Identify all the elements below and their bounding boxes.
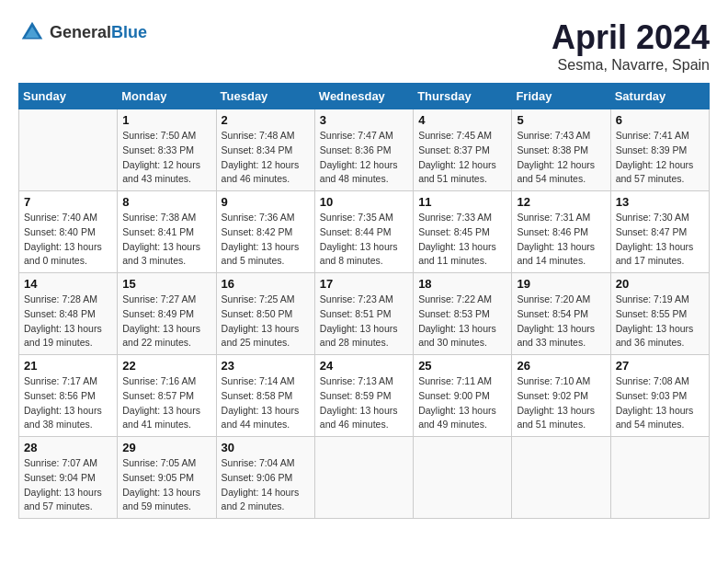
day-info: Sunrise: 7:36 AM Sunset: 8:42 PM Dayligh…: [222, 211, 310, 269]
day-header-sunday: Sunday: [19, 84, 118, 109]
calendar-cell: 11Sunrise: 7:33 AM Sunset: 8:45 PM Dayli…: [414, 191, 512, 273]
calendar-cell: 20Sunrise: 7:19 AM Sunset: 8:55 PM Dayli…: [610, 273, 709, 355]
day-info: Sunrise: 7:28 AM Sunset: 8:48 PM Dayligh…: [24, 293, 112, 350]
day-info: Sunrise: 7:41 AM Sunset: 8:39 PM Dayligh…: [616, 129, 704, 187]
day-number: 16: [222, 277, 310, 291]
day-number: 3: [320, 113, 408, 127]
month-title: April 2024: [552, 18, 710, 57]
logo-icon: [18, 18, 46, 46]
day-number: 12: [517, 195, 605, 209]
calendar-cell: 23Sunrise: 7:14 AM Sunset: 8:58 PM Dayli…: [216, 355, 314, 437]
calendar-cell: 16Sunrise: 7:25 AM Sunset: 8:50 PM Dayli…: [216, 273, 314, 355]
day-info: Sunrise: 7:33 AM Sunset: 8:45 PM Dayligh…: [418, 211, 506, 269]
calendar-cell: 8Sunrise: 7:38 AM Sunset: 8:41 PM Daylig…: [118, 191, 216, 273]
calendar-week-row: 14Sunrise: 7:28 AM Sunset: 8:48 PM Dayli…: [19, 273, 710, 355]
calendar-cell: [314, 437, 413, 519]
day-number: 26: [517, 359, 605, 373]
day-info: Sunrise: 7:17 AM Sunset: 8:56 PM Dayligh…: [24, 374, 112, 432]
day-info: Sunrise: 7:07 AM Sunset: 9:04 PM Dayligh…: [24, 456, 112, 514]
day-number: 10: [320, 195, 408, 209]
day-header-monday: Monday: [118, 84, 216, 109]
calendar-cell: 15Sunrise: 7:27 AM Sunset: 8:49 PM Dayli…: [118, 273, 216, 355]
day-number: 4: [418, 113, 506, 127]
day-info: Sunrise: 7:04 AM Sunset: 9:06 PM Dayligh…: [222, 456, 310, 514]
title-block: April 2024 Sesma, Navarre, Spain: [552, 18, 710, 74]
calendar-cell: 27Sunrise: 7:08 AM Sunset: 9:03 PM Dayli…: [610, 355, 709, 437]
calendar-cell: 18Sunrise: 7:22 AM Sunset: 8:53 PM Dayli…: [414, 273, 512, 355]
day-info: Sunrise: 7:23 AM Sunset: 8:51 PM Dayligh…: [320, 293, 408, 350]
calendar-cell: 13Sunrise: 7:30 AM Sunset: 8:47 PM Dayli…: [610, 191, 709, 273]
day-number: 8: [122, 195, 210, 209]
day-info: Sunrise: 7:47 AM Sunset: 8:36 PM Dayligh…: [320, 129, 408, 187]
calendar-cell: 4Sunrise: 7:45 AM Sunset: 8:37 PM Daylig…: [414, 109, 512, 191]
calendar-cell: 12Sunrise: 7:31 AM Sunset: 8:46 PM Dayli…: [512, 191, 610, 273]
day-number: 30: [222, 441, 310, 454]
day-number: 1: [122, 113, 210, 127]
calendar-cell: 19Sunrise: 7:20 AM Sunset: 8:54 PM Dayli…: [512, 273, 610, 355]
calendar-cell: 5Sunrise: 7:43 AM Sunset: 8:38 PM Daylig…: [512, 109, 610, 191]
calendar-header-row: SundayMondayTuesdayWednesdayThursdayFrid…: [19, 84, 710, 109]
day-number: 5: [517, 113, 605, 127]
calendar-cell: [19, 109, 118, 191]
day-info: Sunrise: 7:40 AM Sunset: 8:40 PM Dayligh…: [24, 211, 112, 269]
calendar-cell: 29Sunrise: 7:05 AM Sunset: 9:05 PM Dayli…: [118, 437, 216, 519]
calendar-cell: 25Sunrise: 7:11 AM Sunset: 9:00 PM Dayli…: [414, 355, 512, 437]
day-number: 2: [222, 113, 310, 127]
day-info: Sunrise: 7:11 AM Sunset: 9:00 PM Dayligh…: [418, 374, 506, 432]
calendar-cell: 9Sunrise: 7:36 AM Sunset: 8:42 PM Daylig…: [216, 191, 314, 273]
day-info: Sunrise: 7:27 AM Sunset: 8:49 PM Dayligh…: [122, 293, 210, 350]
day-info: Sunrise: 7:16 AM Sunset: 8:57 PM Dayligh…: [122, 374, 210, 432]
calendar-week-row: 7Sunrise: 7:40 AM Sunset: 8:40 PM Daylig…: [19, 191, 710, 273]
day-number: 21: [24, 359, 112, 373]
day-info: Sunrise: 7:14 AM Sunset: 8:58 PM Dayligh…: [222, 374, 310, 432]
day-number: 28: [24, 441, 112, 454]
page-header: GeneralBlue April 2024 Sesma, Navarre, S…: [18, 18, 710, 74]
day-number: 7: [24, 195, 112, 209]
calendar-cell: 21Sunrise: 7:17 AM Sunset: 8:56 PM Dayli…: [19, 355, 118, 437]
calendar-cell: [414, 437, 512, 519]
calendar-cell: 6Sunrise: 7:41 AM Sunset: 8:39 PM Daylig…: [610, 109, 709, 191]
calendar-cell: 10Sunrise: 7:35 AM Sunset: 8:44 PM Dayli…: [314, 191, 413, 273]
day-header-thursday: Thursday: [414, 84, 512, 109]
day-info: Sunrise: 7:13 AM Sunset: 8:59 PM Dayligh…: [320, 374, 408, 432]
day-info: Sunrise: 7:43 AM Sunset: 8:38 PM Dayligh…: [517, 129, 605, 187]
calendar-table: SundayMondayTuesdayWednesdayThursdayFrid…: [18, 83, 710, 519]
day-number: 20: [616, 277, 704, 291]
day-number: 6: [616, 113, 704, 127]
day-info: Sunrise: 7:10 AM Sunset: 9:02 PM Dayligh…: [517, 374, 605, 432]
calendar-cell: [610, 437, 709, 519]
day-header-tuesday: Tuesday: [216, 84, 314, 109]
calendar-cell: 26Sunrise: 7:10 AM Sunset: 9:02 PM Dayli…: [512, 355, 610, 437]
calendar-cell: 17Sunrise: 7:23 AM Sunset: 8:51 PM Dayli…: [314, 273, 413, 355]
day-number: 9: [222, 195, 310, 209]
day-info: Sunrise: 7:48 AM Sunset: 8:34 PM Dayligh…: [222, 129, 310, 187]
day-info: Sunrise: 7:25 AM Sunset: 8:50 PM Dayligh…: [222, 293, 310, 350]
day-number: 15: [122, 277, 210, 291]
calendar-cell: 14Sunrise: 7:28 AM Sunset: 8:48 PM Dayli…: [19, 273, 118, 355]
logo: GeneralBlue: [18, 18, 147, 46]
calendar-cell: 30Sunrise: 7:04 AM Sunset: 9:06 PM Dayli…: [216, 437, 314, 519]
location-title: Sesma, Navarre, Spain: [552, 57, 710, 74]
day-info: Sunrise: 7:50 AM Sunset: 8:33 PM Dayligh…: [122, 129, 210, 187]
calendar-cell: 1Sunrise: 7:50 AM Sunset: 8:33 PM Daylig…: [118, 109, 216, 191]
day-number: 18: [418, 277, 506, 291]
day-number: 25: [418, 359, 506, 373]
calendar-cell: 24Sunrise: 7:13 AM Sunset: 8:59 PM Dayli…: [314, 355, 413, 437]
day-header-friday: Friday: [512, 84, 610, 109]
day-number: 17: [320, 277, 408, 291]
calendar-cell: 28Sunrise: 7:07 AM Sunset: 9:04 PM Dayli…: [19, 437, 118, 519]
day-header-saturday: Saturday: [610, 84, 709, 109]
logo-blue-text: Blue: [111, 23, 147, 41]
day-number: 19: [517, 277, 605, 291]
calendar-cell: [512, 437, 610, 519]
day-info: Sunrise: 7:05 AM Sunset: 9:05 PM Dayligh…: [122, 456, 210, 514]
day-number: 13: [616, 195, 704, 209]
day-number: 22: [122, 359, 210, 373]
day-info: Sunrise: 7:35 AM Sunset: 8:44 PM Dayligh…: [320, 211, 408, 269]
day-info: Sunrise: 7:38 AM Sunset: 8:41 PM Dayligh…: [122, 211, 210, 269]
day-number: 11: [418, 195, 506, 209]
day-number: 14: [24, 277, 112, 291]
day-info: Sunrise: 7:19 AM Sunset: 8:55 PM Dayligh…: [616, 293, 704, 350]
logo-general-text: General: [50, 23, 111, 41]
day-number: 23: [222, 359, 310, 373]
